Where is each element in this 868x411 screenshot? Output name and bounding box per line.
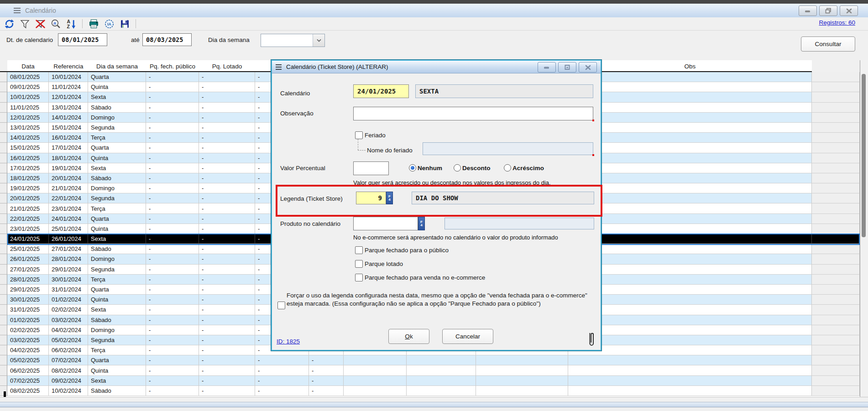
- column-header[interactable]: [0, 60, 8, 72]
- legenda-f4-button[interactable]: F4: [386, 192, 393, 204]
- table-row[interactable]: 05/02/202507/02/2024Quarta----: [0, 355, 868, 365]
- date-from-input[interactable]: 08/01/2025: [58, 33, 107, 46]
- row-selector[interactable]: [0, 376, 7, 386]
- registros-link[interactable]: Registros: 60: [819, 19, 855, 26]
- row-selector[interactable]: [0, 315, 7, 325]
- row-selector[interactable]: [0, 224, 7, 234]
- row-selector[interactable]: [0, 72, 7, 82]
- row-selector[interactable]: [0, 295, 7, 305]
- produto-f4-button[interactable]: F4: [418, 217, 425, 230]
- table-cell: -: [199, 234, 255, 244]
- clear-filter-icon[interactable]: [35, 18, 46, 29]
- table-cell: -: [255, 376, 309, 386]
- table-cell: Quarta: [88, 143, 146, 153]
- dialog-close-button[interactable]: [579, 62, 597, 73]
- row-selector[interactable]: [0, 103, 7, 113]
- observacao-input[interactable]: [353, 107, 593, 120]
- row-selector[interactable]: [0, 305, 7, 315]
- calendario-date-input[interactable]: 24/01/2025: [353, 84, 409, 98]
- force-legend-checkbox[interactable]: [277, 302, 285, 309]
- dialog-menu-icon[interactable]: [276, 64, 282, 70]
- record-id-link[interactable]: ID: 1825: [277, 338, 300, 345]
- chevron-down-icon[interactable]: [313, 34, 324, 47]
- row-selector[interactable]: [0, 234, 7, 244]
- produto-code-input[interactable]: [353, 217, 418, 230]
- row-selector[interactable]: [0, 244, 7, 254]
- column-header[interactable]: [812, 60, 860, 72]
- ok-button[interactable]: Ok: [388, 329, 429, 344]
- column-header-dia-da-semana[interactable]: Dia da semana: [88, 60, 146, 72]
- filter-icon[interactable]: [19, 18, 30, 29]
- row-selector[interactable]: [0, 153, 7, 163]
- table-cell: Quinta: [88, 153, 146, 163]
- close-button[interactable]: [840, 5, 858, 16]
- row-selector[interactable]: [0, 82, 7, 92]
- column-header-data[interactable]: Data: [7, 60, 49, 72]
- feriado-checkbox[interactable]: [355, 131, 363, 139]
- row-selector[interactable]: [0, 173, 7, 183]
- row-selector[interactable]: [0, 285, 7, 295]
- table-cell: [812, 345, 860, 355]
- produto-help-text: No e-commerce será apresentado no calend…: [353, 234, 558, 241]
- table-cell: -: [199, 72, 255, 82]
- weekday-select[interactable]: [261, 34, 325, 47]
- paperclip-icon[interactable]: [587, 330, 596, 350]
- cancel-button[interactable]: Cancelar: [442, 329, 493, 344]
- scrollbar-thumb[interactable]: [862, 74, 866, 237]
- checkbox-parque-fechado-para-venda-no-e[interactable]: [355, 274, 363, 281]
- row-selector[interactable]: [0, 275, 7, 285]
- row-selector[interactable]: [0, 254, 7, 264]
- row-selector[interactable]: [0, 123, 7, 133]
- dialog-minimize-button[interactable]: [538, 62, 556, 73]
- weekday-select-value: [261, 34, 313, 47]
- refresh-icon[interactable]: [4, 18, 15, 29]
- legenda-code-input[interactable]: 9: [356, 192, 386, 204]
- table-row[interactable]: 06/02/202508/02/2024Quinta----: [0, 365, 868, 375]
- row-selector[interactable]: [0, 163, 7, 173]
- column-header-obs[interactable]: Obs: [568, 60, 812, 72]
- svg-text:Z: Z: [67, 24, 70, 29]
- consultar-button[interactable]: Consultar: [801, 36, 855, 52]
- column-header-pq-fech-p-blico[interactable]: Pq. fech. público: [146, 60, 199, 72]
- print-icon[interactable]: [88, 18, 99, 29]
- checkbox-parque-lotado[interactable]: [355, 260, 363, 268]
- row-selector[interactable]: [0, 214, 7, 224]
- ia-badge-icon[interactable]: IA: [104, 18, 115, 29]
- date-to-input[interactable]: 08/03/2025: [142, 33, 192, 46]
- row-selector[interactable]: [0, 193, 7, 203]
- row-selector[interactable]: [0, 325, 7, 335]
- row-selector[interactable]: [0, 355, 7, 365]
- table-cell: [812, 133, 860, 143]
- checkbox-parque-fechado-para-o-p-blico[interactable]: [355, 246, 363, 254]
- radio-acr-scimo[interactable]: [504, 164, 511, 172]
- row-selector[interactable]: [0, 203, 7, 213]
- row-selector[interactable]: [0, 335, 7, 345]
- row-selector[interactable]: [0, 345, 7, 355]
- table-cell: [568, 224, 812, 234]
- row-selector[interactable]: [0, 183, 7, 193]
- table-row[interactable]: 08/02/202510/02/2024Sábado----: [0, 386, 868, 396]
- table-cell: [568, 315, 812, 325]
- column-header-pq-lotado[interactable]: Pq. Lotado: [199, 60, 256, 72]
- sort-az-icon[interactable]: AZ: [66, 18, 77, 29]
- row-selector[interactable]: [0, 92, 7, 102]
- row-selector[interactable]: [0, 133, 7, 143]
- table-cell: [568, 244, 812, 254]
- minimize-button[interactable]: [799, 5, 817, 16]
- row-selector[interactable]: [0, 265, 7, 275]
- radio-nenhum[interactable]: [409, 164, 416, 172]
- row-selector[interactable]: [0, 143, 7, 153]
- valor-percentual-input[interactable]: [353, 161, 389, 175]
- dialog-maximize-button[interactable]: [558, 62, 576, 73]
- table-row[interactable]: 07/02/202509/02/2024Sexta----: [0, 376, 868, 386]
- find-icon[interactable]: n: [50, 18, 61, 29]
- dialog-titlebar[interactable]: Calendário (Ticket Store) (ALTERAR): [272, 61, 601, 73]
- row-selector[interactable]: [0, 113, 7, 123]
- column-header-referencia[interactable]: Referencia: [49, 60, 89, 72]
- row-selector[interactable]: [0, 365, 7, 375]
- radio-desconto[interactable]: [454, 164, 461, 172]
- restore-button[interactable]: [819, 5, 837, 16]
- table-cell: [812, 234, 860, 244]
- app-menu-icon[interactable]: [14, 8, 21, 13]
- save-icon[interactable]: [119, 18, 130, 29]
